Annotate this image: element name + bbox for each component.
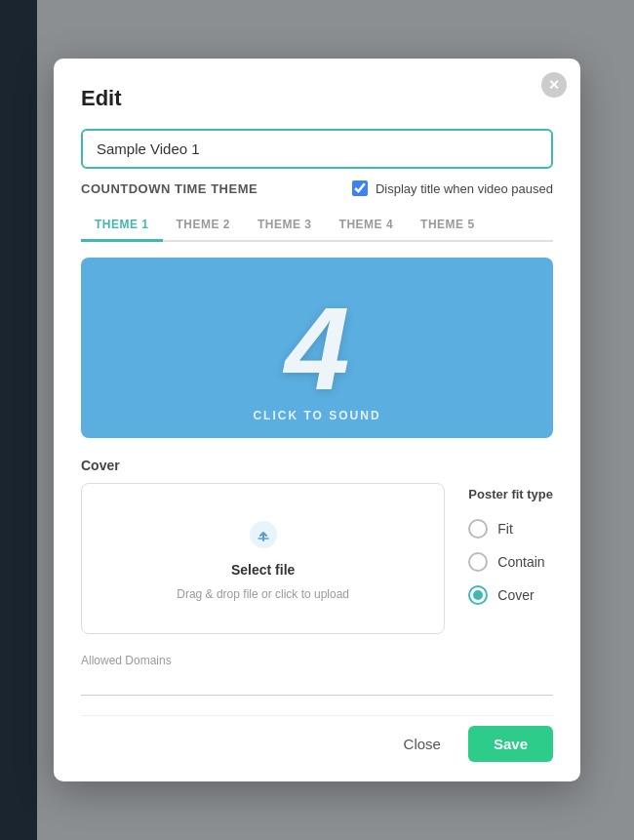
close-x-icon: ✕ bbox=[548, 77, 560, 93]
upload-svg-icon bbox=[248, 519, 279, 550]
cover-section-label: Cover bbox=[81, 458, 553, 473]
radio-circle-fit bbox=[468, 519, 488, 539]
edit-modal: ✕ Edit COUNTDOWN Time Theme Display titl… bbox=[54, 59, 580, 781]
radio-circle-cover bbox=[468, 585, 488, 605]
theme-tabs: THEME 1 THEME 2 THEME 3 THEME 4 THEME 5 bbox=[81, 210, 553, 242]
upload-icon bbox=[246, 517, 281, 552]
theme-tab-3[interactable]: THEME 3 bbox=[244, 210, 326, 242]
modal-footer: Close Save bbox=[81, 715, 553, 762]
modal-title: Edit bbox=[81, 86, 553, 111]
poster-fit-option-fit[interactable]: Fit bbox=[468, 519, 553, 539]
allowed-domains-section: Allowed Domains bbox=[81, 654, 553, 696]
allowed-domains-input[interactable] bbox=[81, 671, 553, 696]
cover-row: Select file Drag & drop file or click to… bbox=[81, 483, 553, 634]
radio-label-contain: Contain bbox=[497, 554, 544, 570]
display-title-checkbox[interactable] bbox=[352, 180, 368, 196]
countdown-label: COUNTDOWN Time Theme bbox=[81, 181, 258, 196]
theme-tab-1[interactable]: THEME 1 bbox=[81, 210, 163, 242]
display-title-label: Display title when video paused bbox=[376, 181, 553, 196]
poster-fit-title: Poster fit type bbox=[468, 487, 553, 501]
countdown-preview[interactable]: 4 CLICK TO SOUND bbox=[81, 258, 553, 438]
countdown-cta: CLICK TO SOUND bbox=[253, 409, 380, 422]
radio-label-cover: Cover bbox=[497, 587, 534, 603]
allowed-domains-label: Allowed Domains bbox=[81, 654, 553, 667]
radio-dot-cover bbox=[473, 590, 483, 600]
close-button[interactable]: Close bbox=[388, 728, 456, 760]
countdown-row: COUNTDOWN Time Theme Display title when … bbox=[81, 180, 553, 196]
video-title-input[interactable] bbox=[81, 129, 553, 169]
radio-label-fit: Fit bbox=[497, 521, 513, 537]
poster-fit-option-contain[interactable]: Contain bbox=[468, 552, 553, 572]
countdown-number: 4 bbox=[285, 290, 350, 407]
cover-upload-area[interactable]: Select file Drag & drop file or click to… bbox=[81, 483, 445, 634]
modal-close-button[interactable]: ✕ bbox=[541, 72, 567, 98]
theme-tab-4[interactable]: THEME 4 bbox=[326, 210, 408, 242]
theme-tab-2[interactable]: THEME 2 bbox=[163, 210, 245, 242]
radio-circle-contain bbox=[468, 552, 488, 572]
select-file-label: Select file bbox=[231, 562, 295, 578]
poster-fit-section: Poster fit type Fit Contain Cover bbox=[468, 483, 553, 634]
drag-drop-label: Drag & drop file or click to upload bbox=[177, 587, 349, 601]
display-title-row: Display title when video paused bbox=[352, 180, 553, 196]
poster-fit-option-cover[interactable]: Cover bbox=[468, 585, 553, 605]
save-button[interactable]: Save bbox=[468, 726, 553, 762]
theme-tab-5[interactable]: THEME 5 bbox=[407, 210, 489, 242]
